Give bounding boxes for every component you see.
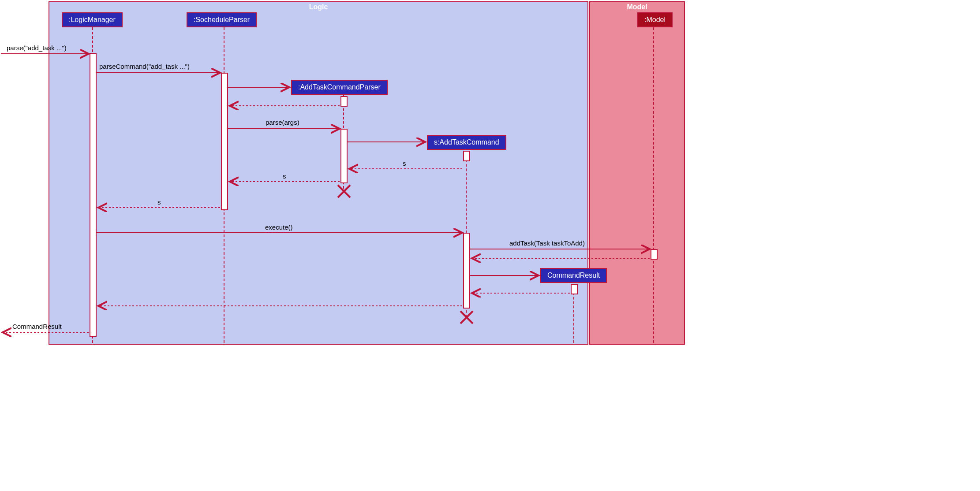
participant-logic-manager: :LogicManager: [62, 12, 123, 27]
lifeline-model: [653, 27, 654, 343]
msg-parse-entry: parse("add_task ..."): [7, 44, 67, 52]
msg-command-result-return: CommandResult: [12, 323, 62, 330]
activation-add-task-parser-parse: [340, 129, 348, 183]
participant-add-task-command-parser: :AddTaskCommandParser: [291, 80, 388, 95]
participant-sochedule-parser: :SocheduleParser: [187, 12, 257, 27]
participant-command-result: CommandResult: [540, 268, 607, 283]
frame-logic-label: Logic: [309, 2, 328, 11]
activation-command-result: [571, 284, 578, 294]
activation-sochedule-parser: [221, 73, 228, 210]
msg-parse-args: parse(args): [266, 119, 299, 126]
participant-model: :Model: [637, 12, 673, 27]
frame-model: Model: [589, 1, 685, 345]
activation-add-task-command-execute: [463, 233, 470, 309]
activation-logic-manager: [90, 53, 97, 337]
frame-model-label: Model: [627, 2, 647, 11]
participant-add-task-command: s:AddTaskCommand: [427, 135, 506, 150]
msg-return-s3: s: [157, 198, 161, 206]
activation-add-task-parser-create: [340, 96, 348, 107]
msg-execute: execute(): [265, 223, 293, 231]
frame-logic: Logic: [49, 1, 588, 345]
msg-return-s1: s: [403, 160, 406, 167]
activation-model: [651, 249, 658, 260]
msg-parse-command: parseCommand("add_task ..."): [99, 63, 190, 70]
msg-add-task: addTask(Task taskToAdd): [509, 239, 585, 247]
msg-return-s2: s: [283, 172, 286, 180]
activation-add-task-command-create: [463, 151, 470, 161]
